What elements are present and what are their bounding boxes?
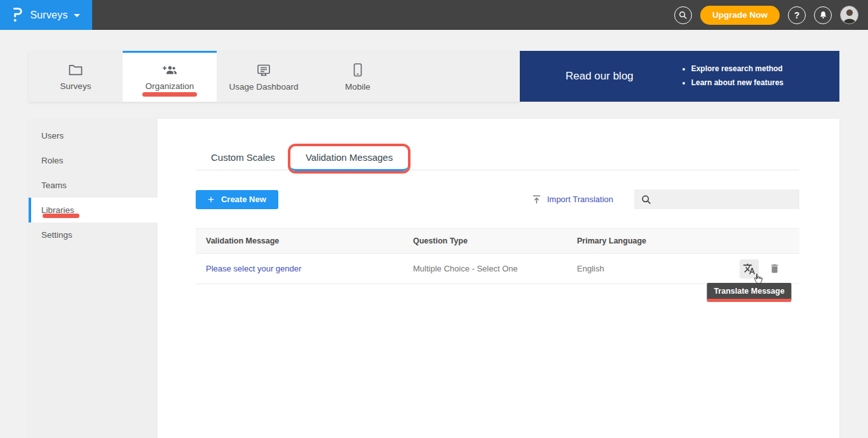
- folder-icon: [68, 64, 83, 76]
- sidebar-item-label: Settings: [41, 230, 72, 240]
- nav-tab-label: Mobile: [345, 82, 370, 92]
- column-header-primary-language: Primary Language: [577, 236, 721, 245]
- product-switcher[interactable]: Surveys: [0, 0, 92, 30]
- column-header-validation-message: Validation Message: [196, 236, 413, 245]
- import-translation-link[interactable]: Import Translation: [532, 195, 613, 205]
- nav-tab-surveys[interactable]: Surveys: [29, 51, 123, 102]
- search-button[interactable]: [674, 6, 692, 24]
- section-tabs: Surveys Organization: [29, 51, 520, 102]
- annotation-underline-organization: [142, 92, 197, 97]
- notifications-button[interactable]: [814, 6, 832, 24]
- banner-bullet: Explore research method: [691, 62, 783, 76]
- help-button[interactable]: ?: [788, 6, 806, 24]
- nav-tab-mobile[interactable]: Mobile: [311, 51, 405, 102]
- content-area: Custom Scales Validation Messages + Crea…: [158, 119, 839, 438]
- product-name: Surveys: [30, 10, 67, 21]
- banner-title: Read our blog: [566, 70, 634, 83]
- tab-label: Custom Scales: [211, 152, 275, 163]
- nav-tab-label: Organization: [146, 81, 194, 91]
- header-actions: Upgrade Now ?: [674, 6, 868, 25]
- table-header: Validation Message Question Type Primary…: [196, 228, 799, 254]
- plus-icon: +: [208, 194, 214, 205]
- question-mark-icon: ?: [794, 10, 800, 20]
- sidebar-item-libraries[interactable]: Libraries: [29, 198, 158, 222]
- sidebar-item-roles[interactable]: Roles: [29, 148, 158, 173]
- table-row: Please select your gender Multiple Choic…: [196, 254, 799, 284]
- library-tabs: Custom Scales Validation Messages: [196, 146, 799, 170]
- section-nav: Surveys Organization: [29, 51, 839, 102]
- row-actions: Translate Message: [721, 259, 799, 278]
- nav-tab-label: Surveys: [60, 81, 92, 91]
- banner-bullet: Learn about new features: [691, 76, 783, 90]
- create-new-label: Create New: [221, 195, 266, 204]
- search-input[interactable]: [656, 194, 793, 205]
- chevron-down-icon: [74, 14, 80, 17]
- create-new-button[interactable]: + Create New: [196, 190, 278, 209]
- mobile-icon: [353, 63, 362, 77]
- annotation-underline-libraries: [43, 214, 79, 218]
- table-search[interactable]: [634, 189, 799, 209]
- sidebar-item-users[interactable]: Users: [29, 123, 158, 148]
- nav-tab-usage-dashboard[interactable]: Usage Dashboard: [217, 51, 311, 102]
- import-translation-label: Import Translation: [547, 195, 613, 204]
- question-type-value: Multiple Choice - Select One: [413, 264, 577, 273]
- tab-validation-messages[interactable]: Validation Messages: [290, 146, 408, 171]
- tab-custom-scales[interactable]: Custom Scales: [196, 146, 290, 171]
- tab-label: Validation Messages: [306, 152, 393, 163]
- column-header-question-type: Question Type: [413, 236, 577, 245]
- validation-message-link[interactable]: Please select your gender: [206, 264, 301, 273]
- avatar[interactable]: [840, 6, 858, 24]
- sidebar-item-label: Roles: [41, 156, 64, 165]
- translate-message-tooltip: Translate Message: [707, 283, 791, 302]
- main-panel: Users Roles Teams Libraries Settings Cus…: [29, 119, 839, 438]
- sidebar-item-teams[interactable]: Teams: [29, 173, 158, 198]
- trash-icon: [769, 263, 780, 275]
- blog-banner[interactable]: Read our blog Explore research method Le…: [520, 51, 839, 102]
- people-add-icon: [161, 64, 178, 76]
- dashboard-icon: [256, 64, 271, 77]
- nav-tab-label: Usage Dashboard: [229, 82, 299, 92]
- upgrade-now-button[interactable]: Upgrade Now: [700, 6, 780, 25]
- import-icon: [532, 195, 541, 205]
- sidebar: Users Roles Teams Libraries Settings: [29, 119, 158, 438]
- sidebar-item-label: Users: [41, 131, 64, 140]
- top-header: Surveys Upgrade Now ?: [0, 0, 868, 30]
- translate-message-button[interactable]: Translate Message: [740, 259, 759, 278]
- validation-messages-table: Validation Message Question Type Primary…: [196, 228, 799, 284]
- cursor-pointer-icon: [752, 273, 763, 287]
- nav-tab-organization[interactable]: Organization: [123, 51, 217, 102]
- banner-bullet-list: Explore research method Learn about new …: [681, 62, 783, 90]
- primary-language-value: English: [577, 264, 721, 273]
- search-icon: [679, 11, 688, 20]
- sidebar-item-label: Teams: [41, 181, 67, 190]
- sidebar-item-settings[interactable]: Settings: [29, 222, 158, 247]
- brand-logo-icon: [12, 8, 24, 23]
- toolbar: + Create New Import Translation: [196, 189, 799, 209]
- delete-message-button[interactable]: [768, 259, 782, 278]
- bell-icon: [818, 10, 828, 20]
- search-icon: [641, 195, 651, 205]
